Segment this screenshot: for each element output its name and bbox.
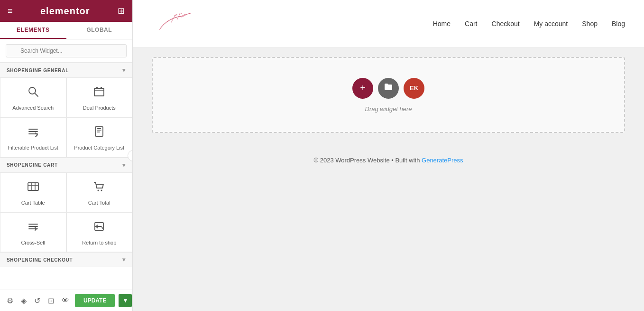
hamburger-icon[interactable]: ≡ [8, 6, 13, 16]
main-content: Home Cart Checkout My account Shop Blog … [133, 0, 644, 311]
nav-my-account[interactable]: My account [534, 20, 568, 28]
widget-list: SHOPENGINE GENERAL ▾ Advanced Search [0, 63, 132, 290]
widget-advanced-search[interactable]: Advanced Search [0, 77, 66, 117]
svg-point-14 [98, 189, 99, 191]
widget-cart-total-label: Cart Total [88, 199, 110, 206]
layers-icon[interactable]: ◈ [19, 294, 28, 307]
nav-cart[interactable]: Cart [465, 20, 477, 28]
footer-link[interactable]: GeneratePress [422, 157, 463, 164]
widget-return-to-shop[interactable]: Return to shop [66, 212, 133, 252]
deal-products-icon [93, 85, 105, 101]
widget-advanced-search-label: Advanced Search [12, 104, 54, 111]
filterable-icon [27, 125, 39, 141]
canvas-footer-area: © 2023 WordPress Website • Built with Ge… [152, 147, 625, 173]
widget-deal-products-label: Deal Products [83, 104, 116, 111]
widget-filterable-product-list[interactable]: Filterable Product List [0, 117, 66, 157]
nav-checkout[interactable]: Checkout [492, 20, 520, 28]
svg-line-1 [35, 94, 38, 97]
widget-cart-table[interactable]: Cart Table [0, 172, 66, 212]
settings-icon[interactable]: ⚙ [5, 294, 15, 307]
search-input[interactable] [6, 44, 127, 57]
cart-widgets-grid: Cart Table Cart Total [0, 172, 132, 253]
left-panel: ≡ elementor ⊞ ELEMENTS GLOBAL 🔍 SHOPENGI… [0, 0, 133, 311]
section-cart-label: SHOPENGINE CART [7, 162, 58, 168]
search-wrap: 🔍 [0, 39, 132, 63]
update-arrow-button[interactable]: ▼ [119, 294, 132, 307]
tab-global[interactable]: GLOBAL [66, 22, 133, 39]
footer-text: © 2023 WordPress Website • Built with [314, 157, 422, 164]
widget-cross-sell-label: Cross-Sell [21, 239, 45, 246]
svg-point-25 [179, 13, 181, 15]
drop-zone[interactable]: + EK Drag widget here [152, 57, 625, 133]
cart-table-icon [27, 180, 39, 196]
return-to-shop-icon [93, 220, 105, 236]
section-general-label: SHOPENGINE GENERAL [7, 68, 69, 73]
bottom-toolbar: ⚙ ◈ ↺ ⊡ 👁 UPDATE ▼ [0, 290, 132, 311]
ek-button[interactable]: EK [404, 78, 424, 99]
top-bar: ≡ elementor ⊞ [0, 0, 132, 22]
advanced-search-icon [27, 85, 39, 101]
ek-label: EK [410, 85, 418, 92]
section-shopengine-checkout[interactable]: SHOPENGINE CHECKOUT ▾ [0, 252, 132, 267]
plus-icon: + [360, 83, 366, 94]
site-logo [152, 9, 194, 38]
widget-product-category-label: Product Category List [74, 144, 124, 151]
nav-home[interactable]: Home [433, 20, 451, 28]
update-button[interactable]: UPDATE [75, 294, 115, 307]
widget-product-category[interactable]: Product Category List [66, 117, 133, 157]
chevron-down-icon-cart: ▾ [122, 162, 126, 169]
drag-text: Drag widget here [365, 105, 412, 113]
widget-filterable-label: Filterable Product List [8, 144, 58, 151]
site-nav: Home Cart Checkout My account Shop Blog [433, 20, 625, 28]
add-widget-button[interactable]: + [352, 78, 373, 99]
grid-icon[interactable]: ⊞ [118, 6, 125, 16]
logo-svg [152, 9, 194, 38]
section-checkout-label: SHOPENGINE CHECKOUT [7, 257, 73, 263]
svg-point-15 [101, 189, 102, 191]
nav-shop[interactable]: Shop [582, 20, 598, 28]
folder-button[interactable] [378, 78, 399, 99]
widget-cart-table-label: Cart Table [21, 199, 45, 206]
widget-cart-total[interactable]: Cart Total [66, 172, 133, 212]
site-footer: © 2023 WordPress Website • Built with Ge… [152, 147, 625, 173]
widget-return-to-shop-label: Return to shop [82, 239, 116, 246]
widget-deal-products[interactable]: Deal Products [66, 77, 133, 117]
svg-rect-3 [96, 87, 98, 89]
svg-point-26 [180, 12, 182, 14]
section-shopengine-cart[interactable]: SHOPENGINE CART ▾ [0, 158, 132, 172]
chevron-down-icon-checkout: ▾ [122, 256, 126, 263]
general-widgets-grid: Advanced Search Deal Products [0, 77, 132, 158]
panel-tabs: ELEMENTS GLOBAL [0, 22, 132, 39]
cart-total-icon [93, 180, 105, 196]
canvas-area: + EK Drag widget here © 2023 WordPress [133, 47, 644, 311]
elementor-logo: elementor [40, 6, 90, 17]
section-shopengine-general[interactable]: SHOPENGINE GENERAL ▾ [0, 63, 132, 77]
cross-sell-icon [27, 220, 39, 236]
svg-rect-9 [97, 128, 101, 129]
product-category-icon [93, 125, 105, 141]
history-icon[interactable]: ↺ [32, 294, 42, 307]
chevron-down-icon: ▾ [122, 67, 126, 74]
svg-rect-2 [94, 88, 104, 96]
folder-icon [384, 82, 393, 94]
drop-buttons: + EK [352, 78, 424, 99]
site-navbar: Home Cart Checkout My account Shop Blog [133, 0, 644, 47]
tab-elements[interactable]: ELEMENTS [0, 22, 66, 39]
svg-rect-10 [28, 183, 38, 190]
svg-rect-4 [101, 87, 102, 89]
preview-icon[interactable]: 👁 [60, 294, 71, 307]
widget-cross-sell[interactable]: Cross-Sell [0, 212, 66, 252]
responsive-icon[interactable]: ⊡ [46, 294, 56, 307]
nav-blog[interactable]: Blog [612, 20, 625, 28]
